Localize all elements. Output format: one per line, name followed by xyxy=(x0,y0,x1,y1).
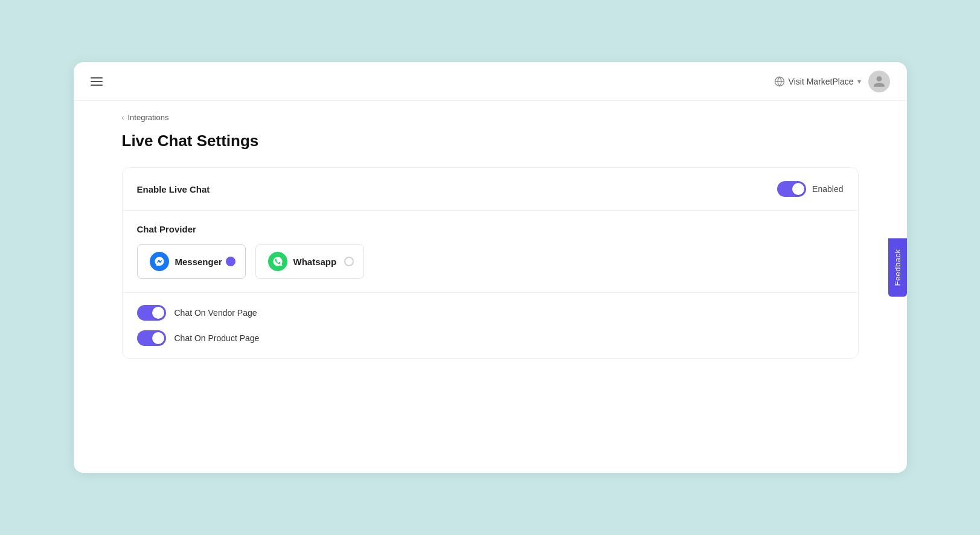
globe-icon xyxy=(774,76,785,87)
vendor-page-toggle[interactable] xyxy=(137,305,166,321)
whatsapp-label: Whatsapp xyxy=(293,257,337,267)
main-card: Visit MarketPlace ▾ ‹ Integrations Live … xyxy=(74,62,907,473)
breadcrumb-link[interactable]: Integrations xyxy=(128,113,169,122)
chevron-down-icon: ▾ xyxy=(857,77,861,86)
avatar-icon xyxy=(873,75,886,88)
menu-icon[interactable] xyxy=(91,77,103,86)
content: Enable Live Chat Enabled Chat Provider xyxy=(74,167,907,383)
whatsapp-svg xyxy=(272,256,283,267)
vendor-page-label: Chat On Vendor Page xyxy=(175,308,257,318)
whatsapp-option[interactable]: Whatsapp xyxy=(255,244,364,279)
page-background: Visit MarketPlace ▾ ‹ Integrations Live … xyxy=(0,0,980,535)
feedback-button[interactable]: Feedback xyxy=(888,238,907,296)
settings-card: Enable Live Chat Enabled Chat Provider xyxy=(122,167,859,359)
whatsapp-icon xyxy=(268,252,287,271)
chat-provider-title: Chat Provider xyxy=(137,224,844,234)
whatsapp-radio xyxy=(344,257,354,266)
marketplace-label: Visit MarketPlace xyxy=(789,77,854,86)
product-page-toggle[interactable] xyxy=(137,330,166,346)
header-right: Visit MarketPlace ▾ xyxy=(774,71,890,92)
enable-live-chat-row: Enable Live Chat Enabled xyxy=(123,168,858,211)
vendor-page-toggle-row: Chat On Vendor Page xyxy=(137,305,844,321)
messenger-svg xyxy=(154,256,165,267)
messenger-radio xyxy=(226,257,235,266)
page-title: Live Chat Settings xyxy=(74,127,907,167)
messenger-option[interactable]: Messenger xyxy=(137,244,246,279)
avatar[interactable] xyxy=(868,71,890,92)
provider-options: Messenger Whatsapp xyxy=(137,244,844,279)
marketplace-button[interactable]: Visit MarketPlace ▾ xyxy=(774,76,861,87)
breadcrumb: ‹ Integrations xyxy=(74,101,907,127)
toggles-section: Chat On Vendor Page Chat On Product Page xyxy=(123,293,858,358)
product-page-toggle-row: Chat On Product Page xyxy=(137,330,844,346)
header: Visit MarketPlace ▾ xyxy=(74,62,907,101)
breadcrumb-chevron-icon: ‹ xyxy=(122,114,124,122)
enable-live-chat-toggle-container: Enabled xyxy=(777,181,843,197)
messenger-icon xyxy=(150,252,169,271)
chat-provider-section: Chat Provider Messenger xyxy=(123,211,858,293)
enable-live-chat-label: Enable Live Chat xyxy=(137,184,210,194)
enable-live-chat-toggle[interactable] xyxy=(777,181,806,197)
messenger-label: Messenger xyxy=(175,257,222,267)
product-page-label: Chat On Product Page xyxy=(175,333,260,343)
enable-live-chat-toggle-label: Enabled xyxy=(812,184,843,194)
